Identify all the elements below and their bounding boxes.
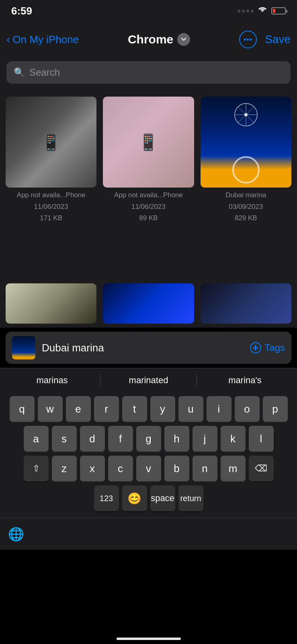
status-time: 6:59 xyxy=(11,5,32,17)
key-b[interactable]: b xyxy=(164,456,189,481)
file-image-1 xyxy=(6,97,96,188)
emoji-key[interactable]: 😊 xyxy=(122,485,147,511)
key-y[interactable]: y xyxy=(150,396,175,422)
tags-icon xyxy=(250,342,261,353)
search-container: 🔍 Search xyxy=(0,57,297,90)
key-i[interactable]: i xyxy=(207,396,231,422)
file-thumb-1 xyxy=(6,97,96,188)
tags-label: Tags xyxy=(264,342,285,353)
globe-icon[interactable]: 🌐 xyxy=(8,526,24,542)
nav-bar: ‹ On My iPhone Chrome ••• Save xyxy=(0,22,297,57)
title-dropdown-icon[interactable] xyxy=(177,33,190,46)
nav-actions: ••• Save xyxy=(239,31,291,48)
file-name-3: Dubai marina xyxy=(225,191,266,200)
autocomplete-item-3[interactable]: marina's xyxy=(197,375,293,386)
keyboard-row-3: ⇧ z x c v b n m ⌫ xyxy=(2,456,295,481)
key-r[interactable]: r xyxy=(94,396,119,422)
status-bar: 6:59 xyxy=(0,0,297,22)
file-item-2[interactable]: App not availa...Phone 11/06/2023 89 KB xyxy=(103,97,194,277)
keyboard: q w e r t y u i o p a s d f g h j k l ⇧ … xyxy=(0,392,297,518)
return-key[interactable]: return xyxy=(178,485,203,511)
key-k[interactable]: k xyxy=(221,426,246,452)
tags-button[interactable]: Tags xyxy=(250,342,285,353)
key-h[interactable]: h xyxy=(164,426,189,452)
key-c[interactable]: c xyxy=(108,456,133,481)
key-o[interactable]: o xyxy=(235,396,260,422)
key-u[interactable]: u xyxy=(178,396,203,422)
more-icon: ••• xyxy=(244,35,252,44)
autocomplete-item-2[interactable]: marinated xyxy=(100,375,197,386)
key-z[interactable]: z xyxy=(52,456,77,481)
file-item-1[interactable]: App not availa...Phone 11/06/2023 171 KB xyxy=(6,97,96,277)
key-p[interactable]: p xyxy=(263,396,288,422)
key-e[interactable]: e xyxy=(66,396,91,422)
rename-input[interactable]: Dubai marina xyxy=(42,342,244,354)
file-item-3[interactable]: Dubai marina 03/09/2023 829 KB xyxy=(201,97,291,277)
key-q[interactable]: q xyxy=(10,396,35,422)
file-name-2: App not availa...Phone xyxy=(114,191,183,200)
key-l[interactable]: l xyxy=(249,426,274,452)
save-button[interactable]: Save xyxy=(265,33,291,46)
autocomplete-bar: marinas marinated marina's xyxy=(0,368,297,392)
keyboard-row-4: 123 😊 space return xyxy=(2,485,295,511)
space-key[interactable]: space xyxy=(150,485,175,511)
delete-key[interactable]: ⌫ xyxy=(249,456,274,481)
keyboard-row-1: q w e r t y u i o p xyxy=(2,396,295,422)
file-size-3: 829 KB xyxy=(235,214,257,222)
signal-icon xyxy=(238,10,254,12)
key-n[interactable]: n xyxy=(193,456,217,481)
status-icons xyxy=(238,6,286,16)
partial-thumb-2[interactable] xyxy=(103,283,194,324)
key-a[interactable]: a xyxy=(24,426,49,452)
home-indicator xyxy=(117,638,181,640)
rename-thumb xyxy=(12,336,35,359)
shift-key[interactable]: ⇧ xyxy=(24,456,49,481)
file-date-1: 11/06/2023 xyxy=(34,203,68,211)
key-v[interactable]: v xyxy=(136,456,161,481)
battery-icon xyxy=(271,7,286,14)
search-input[interactable]: Search xyxy=(29,67,60,78)
file-image-2 xyxy=(103,97,194,188)
file-image-3 xyxy=(201,97,291,188)
bottom-bar: 🌐 xyxy=(0,518,297,550)
search-icon: 🔍 xyxy=(14,67,25,78)
key-j[interactable]: j xyxy=(193,426,217,452)
more-button[interactable]: ••• xyxy=(239,31,257,48)
keyboard-row-2: a s d f g h j k l xyxy=(2,426,295,452)
nav-title-container[interactable]: Chrome xyxy=(128,33,190,46)
key-f[interactable]: f xyxy=(108,426,133,452)
numbers-key[interactable]: 123 xyxy=(94,485,119,511)
key-s[interactable]: s xyxy=(52,426,77,452)
key-t[interactable]: t xyxy=(122,396,147,422)
key-g[interactable]: g xyxy=(136,426,161,452)
back-label: On My iPhone xyxy=(12,33,79,46)
autocomplete-item-1[interactable]: marinas xyxy=(4,375,100,386)
wifi-icon xyxy=(258,6,267,16)
partial-thumb-3[interactable] xyxy=(201,283,291,324)
partial-thumb-1[interactable] xyxy=(6,283,96,324)
file-date-2: 11/06/2023 xyxy=(131,203,166,211)
key-m[interactable]: m xyxy=(221,456,246,481)
file-thumb-3 xyxy=(201,97,291,188)
key-w[interactable]: w xyxy=(38,396,63,422)
file-thumb-2 xyxy=(103,97,194,188)
search-bar[interactable]: 🔍 Search xyxy=(6,61,291,84)
key-x[interactable]: x xyxy=(80,456,105,481)
file-size-1: 171 KB xyxy=(40,214,62,222)
back-button[interactable]: ‹ On My iPhone xyxy=(6,33,79,46)
file-date-3: 03/09/2023 xyxy=(229,203,263,211)
rename-bar: Dubai marina Tags xyxy=(6,332,291,364)
back-chevron-icon: ‹ xyxy=(6,34,10,45)
key-d[interactable]: d xyxy=(80,426,105,452)
file-name-1: App not availa...Phone xyxy=(17,191,86,200)
file-grid-partial xyxy=(0,283,297,328)
nav-title: Chrome xyxy=(128,33,173,46)
file-grid: App not availa...Phone 11/06/2023 171 KB… xyxy=(0,90,297,283)
file-size-2: 89 KB xyxy=(139,214,158,222)
